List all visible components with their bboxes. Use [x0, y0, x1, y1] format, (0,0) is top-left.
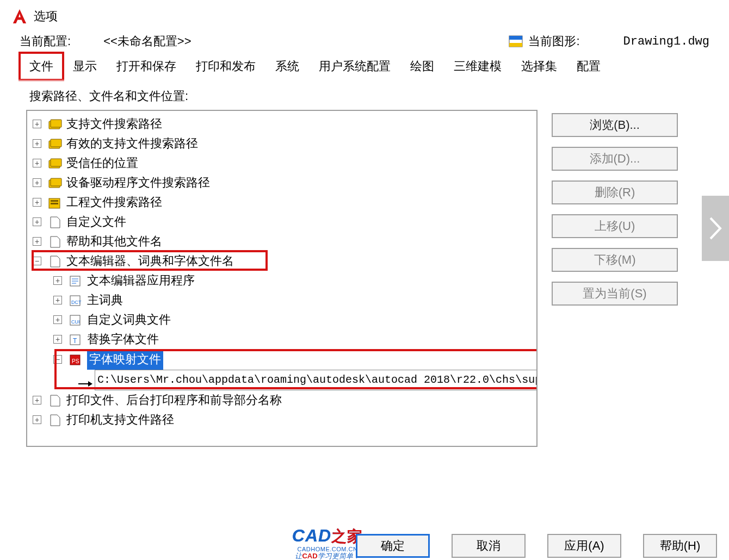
font-mapping-path-value[interactable]: C:\Users\Mr.chou\appdata\roaming\autodes… [95, 370, 536, 390]
drawing-icon [509, 34, 523, 48]
plus-icon[interactable]: + [33, 217, 41, 226]
folder-stack-icon [48, 117, 62, 130]
tree-node-text-editor-app[interactable]: + 文本编辑器应用程序 [53, 271, 533, 290]
gallery-next-arrow[interactable] [702, 196, 729, 261]
tree-label: 支持文件搜索路径 [66, 114, 162, 134]
tree-node-font-mapping-path[interactable]: C:\Users\Mr.chou\appdata\roaming\autodes… [77, 370, 533, 390]
plus-icon[interactable]: + [33, 159, 41, 167]
help-button[interactable]: 帮助(H) [643, 534, 717, 558]
tree-label: 工程文件搜索路径 [66, 192, 162, 212]
tab-open-save[interactable]: 打开和保存 [107, 53, 186, 80]
file-icon [48, 413, 62, 426]
tree-label: 文本编辑器、词典和字体文件名 [66, 251, 234, 271]
tree-panel: + 支持文件搜索路径 + 有效的支持文件搜索路径 + 受信任的位置 [26, 110, 538, 447]
file-icon [48, 235, 62, 248]
tree-scroll[interactable]: + 支持文件搜索路径 + 有效的支持文件搜索路径 + 受信任的位置 [27, 111, 536, 446]
tab-system[interactable]: 系统 [265, 53, 309, 80]
tree-node-main-dictionary[interactable]: + DCT 主词典 [53, 290, 533, 310]
plus-icon[interactable]: + [53, 276, 62, 285]
current-drawing-label: 当前图形: [528, 33, 579, 49]
tab-selection[interactable]: 选择集 [511, 53, 567, 80]
tab-files[interactable]: 文件 [20, 53, 63, 80]
minus-icon[interactable]: − [33, 257, 41, 265]
file-icon [48, 215, 62, 228]
tree-label: 主词典 [87, 290, 123, 310]
tab-profiles[interactable]: 配置 [567, 53, 610, 80]
tree-label: 文本编辑器应用程序 [87, 271, 195, 290]
svg-rect-2 [509, 43, 522, 47]
plus-icon[interactable]: + [33, 237, 41, 246]
tab-strip: 文件 显示 打开和保存 打印和发布 系统 用户系统配置 绘图 三维建模 选择集 … [0, 53, 729, 80]
section-label: 搜索路径、文件名和文件位置: [29, 88, 713, 104]
svg-rect-12 [51, 200, 58, 202]
apply-button[interactable]: 应用(A) [547, 534, 621, 558]
tree-label: 有效的支持文件搜索路径 [66, 134, 198, 153]
config-row: 当前配置: <<未命名配置>> 当前图形: Drawing1.dwg [0, 30, 729, 53]
plus-icon[interactable]: + [33, 198, 41, 207]
browse-button[interactable]: 浏览(B)... [552, 113, 678, 137]
plus-icon[interactable]: + [33, 396, 41, 405]
tree-label: 设备驱动程序文件搜索路径 [66, 173, 210, 192]
font-file-icon: T [69, 333, 83, 346]
svg-text:CUI: CUI [71, 319, 80, 325]
tree-node-printer-support-path[interactable]: + 打印机支持文件路径 [33, 410, 533, 430]
file-icon [48, 254, 62, 267]
plus-icon[interactable]: + [33, 120, 41, 128]
tree-node-print-file-names[interactable]: + 打印文件、后台打印程序和前导部分名称 [33, 390, 533, 410]
current-config-label: 当前配置: [20, 33, 71, 49]
current-config-value: <<未命名配置>> [103, 33, 191, 49]
move-down-button[interactable]: 下移(M) [552, 248, 678, 272]
tree-node-custom-dictionary[interactable]: + CUI 自定义词典文件 [53, 310, 533, 329]
content-area: 搜索路径、文件名和文件位置: + 支持文件搜索路径 + 有效的支持文件搜索路径 [0, 80, 729, 447]
ok-button[interactable]: 确定 [356, 534, 430, 558]
svg-text:T: T [73, 337, 77, 345]
tree-node-project-file-path[interactable]: + 工程文件搜索路径 [33, 192, 533, 212]
tree-node-text-editor-dict-font[interactable]: − 文本编辑器、词典和字体文件名 [33, 251, 533, 271]
tree-node-help-filenames[interactable]: + 帮助和其他文件名 [33, 232, 533, 251]
tree-label: 替换字体文件 [87, 329, 159, 349]
file-icon [48, 394, 62, 407]
svg-rect-1 [509, 36, 522, 40]
tree-label: 自定义文件 [66, 212, 126, 232]
tab-print-publish[interactable]: 打印和发布 [186, 53, 265, 80]
tree-node-trusted-locations[interactable]: + 受信任的位置 [33, 153, 533, 173]
plus-icon[interactable]: + [53, 315, 62, 324]
set-current-button[interactable]: 置为当前(S) [552, 282, 678, 306]
add-button[interactable]: 添加(D)... [552, 147, 678, 171]
plus-icon[interactable]: + [33, 139, 41, 148]
tab-drafting[interactable]: 绘图 [400, 53, 444, 80]
svg-text:DCT: DCT [71, 300, 82, 305]
tree-label: 受信任的位置 [66, 153, 138, 173]
remove-button[interactable]: 删除(R) [552, 181, 678, 204]
dct-icon: DCT [69, 294, 83, 307]
tree-node-font-mapping-file[interactable]: − PS 字体映射文件 [53, 349, 533, 370]
minus-icon[interactable]: − [53, 355, 62, 364]
watermark-brand-en: CAD [292, 526, 331, 545]
tree-node-device-driver-path[interactable]: + 设备驱动程序文件搜索路径 [33, 173, 533, 192]
svg-rect-8 [51, 159, 61, 166]
svg-rect-13 [51, 203, 58, 204]
tree-node-valid-support-path[interactable]: + 有效的支持文件搜索路径 [33, 134, 533, 153]
ps-font-icon: PS [69, 353, 83, 366]
title-bar: 选项 [0, 0, 729, 30]
tab-user-pref[interactable]: 用户系统配置 [309, 53, 400, 80]
folder-stack-icon [48, 176, 62, 189]
tab-3d-modeling[interactable]: 三维建模 [444, 53, 511, 80]
tree-node-alternate-font[interactable]: + T 替换字体文件 [53, 329, 533, 349]
side-button-column: 浏览(B)... 添加(D)... 删除(R) 上移(U) 下移(M) 置为当前… [552, 113, 678, 306]
plus-icon[interactable]: + [33, 178, 41, 187]
svg-rect-4 [51, 120, 61, 127]
tree-node-custom-files[interactable]: + 自定义文件 [33, 212, 533, 232]
move-up-button[interactable]: 上移(U) [552, 214, 678, 238]
plus-icon[interactable]: + [33, 415, 41, 424]
tree-label: 帮助和其他文件名 [66, 232, 162, 251]
project-folder-icon [48, 196, 62, 209]
tree-node-support-search-path[interactable]: + 支持文件搜索路径 [33, 114, 533, 134]
tree-label: 打印机支持文件路径 [66, 410, 174, 430]
cui-icon: CUI [69, 313, 83, 326]
plus-icon[interactable]: + [53, 296, 62, 304]
svg-rect-10 [51, 178, 61, 186]
tab-display[interactable]: 显示 [63, 53, 107, 80]
plus-icon[interactable]: + [53, 335, 62, 344]
cancel-button[interactable]: 取消 [452, 534, 526, 558]
